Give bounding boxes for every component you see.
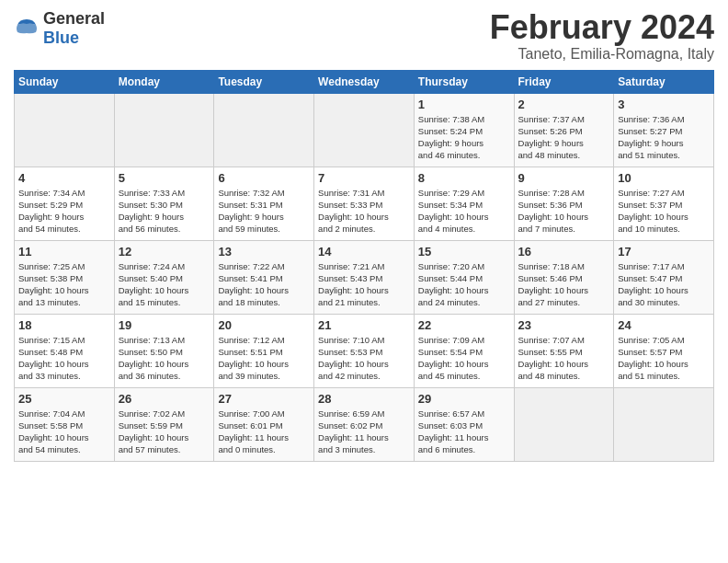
calendar-cell: 22Sunrise: 7:09 AMSunset: 5:54 PMDayligh… [414, 314, 514, 387]
week-row-4: 18Sunrise: 7:15 AMSunset: 5:48 PMDayligh… [15, 314, 714, 387]
day-number: 19 [119, 318, 210, 332]
day-info: Sunrise: 7:21 AMSunset: 5:43 PMDaylight:… [318, 260, 410, 309]
day-info: Sunrise: 7:28 AMSunset: 5:36 PMDaylight:… [518, 187, 610, 236]
day-info: Sunrise: 7:37 AMSunset: 5:26 PMDaylight:… [518, 113, 610, 162]
day-number: 6 [218, 171, 310, 185]
day-info: Sunrise: 7:27 AMSunset: 5:37 PMDaylight:… [618, 187, 710, 236]
calendar-cell [514, 387, 614, 461]
day-number: 4 [18, 171, 110, 185]
day-info: Sunrise: 7:25 AMSunset: 5:38 PMDaylight:… [18, 260, 110, 309]
calendar-cell: 5Sunrise: 7:33 AMSunset: 5:30 PMDaylight… [114, 167, 214, 240]
calendar-table: SundayMondayTuesdayWednesdayThursdayFrid… [14, 70, 714, 462]
day-number: 7 [318, 171, 410, 185]
weekday-header-monday: Monday [114, 70, 214, 93]
weekday-header-friday: Friday [514, 70, 614, 93]
day-info: Sunrise: 7:20 AMSunset: 5:44 PMDaylight:… [418, 260, 510, 309]
calendar-body: 1Sunrise: 7:38 AMSunset: 5:24 PMDaylight… [15, 93, 714, 461]
day-number: 1 [418, 98, 510, 111]
day-info: Sunrise: 7:05 AMSunset: 5:57 PMDaylight:… [618, 334, 710, 383]
day-number: 14 [318, 245, 410, 259]
weekday-header-thursday: Thursday [414, 70, 514, 93]
calendar-cell: 17Sunrise: 7:17 AMSunset: 5:47 PMDayligh… [614, 240, 714, 314]
logo-text: General Blue [43, 9, 105, 48]
day-number: 2 [518, 98, 610, 111]
week-row-2: 4Sunrise: 7:34 AMSunset: 5:29 PMDaylight… [15, 167, 714, 240]
calendar-cell: 18Sunrise: 7:15 AMSunset: 5:48 PMDayligh… [15, 314, 115, 387]
calendar-cell [614, 387, 714, 461]
location-title: Taneto, Emilia-Romagna, Italy [490, 46, 714, 63]
calendar-header: SundayMondayTuesdayWednesdayThursdayFrid… [15, 70, 714, 93]
calendar-cell [314, 93, 415, 167]
calendar-cell: 9Sunrise: 7:28 AMSunset: 5:36 PMDaylight… [514, 167, 614, 240]
day-number: 16 [518, 245, 610, 259]
logo: General Blue [14, 9, 105, 48]
calendar-cell: 8Sunrise: 7:29 AMSunset: 5:34 PMDaylight… [414, 167, 514, 240]
day-number: 12 [119, 245, 210, 259]
calendar-cell: 25Sunrise: 7:04 AMSunset: 5:58 PMDayligh… [15, 387, 115, 461]
calendar-cell: 16Sunrise: 7:18 AMSunset: 5:46 PMDayligh… [514, 240, 614, 314]
calendar-cell: 24Sunrise: 7:05 AMSunset: 5:57 PMDayligh… [614, 314, 714, 387]
title-area: February 2024 Taneto, Emilia-Romagna, It… [490, 9, 714, 63]
day-info: Sunrise: 7:04 AMSunset: 5:58 PMDaylight:… [18, 408, 110, 456]
logo-blue: Blue [43, 29, 79, 47]
calendar-cell: 26Sunrise: 7:02 AMSunset: 5:59 PMDayligh… [114, 387, 214, 461]
weekday-header-saturday: Saturday [614, 70, 714, 93]
day-info: Sunrise: 7:09 AMSunset: 5:54 PMDaylight:… [418, 334, 510, 383]
day-number: 27 [218, 392, 310, 406]
day-number: 22 [418, 318, 510, 332]
day-number: 15 [418, 245, 510, 259]
calendar-cell [15, 93, 115, 167]
day-info: Sunrise: 7:13 AMSunset: 5:50 PMDaylight:… [119, 334, 210, 383]
calendar-cell: 15Sunrise: 7:20 AMSunset: 5:44 PMDayligh… [414, 240, 514, 314]
calendar-cell: 7Sunrise: 7:31 AMSunset: 5:33 PMDaylight… [314, 167, 415, 240]
calendar-cell: 1Sunrise: 7:38 AMSunset: 5:24 PMDaylight… [414, 93, 514, 167]
header-area: General Blue February 2024 Taneto, Emili… [14, 9, 714, 63]
calendar-cell: 28Sunrise: 6:59 AMSunset: 6:02 PMDayligh… [314, 387, 415, 461]
calendar-cell [114, 93, 214, 167]
day-info: Sunrise: 7:29 AMSunset: 5:34 PMDaylight:… [418, 187, 510, 236]
calendar-cell: 2Sunrise: 7:37 AMSunset: 5:26 PMDaylight… [514, 93, 614, 167]
day-info: Sunrise: 6:59 AMSunset: 6:02 PMDaylight:… [318, 408, 410, 456]
day-info: Sunrise: 7:33 AMSunset: 5:30 PMDaylight:… [119, 187, 210, 236]
day-info: Sunrise: 7:17 AMSunset: 5:47 PMDaylight:… [618, 260, 710, 309]
logo-icon [14, 16, 40, 41]
week-row-5: 25Sunrise: 7:04 AMSunset: 5:58 PMDayligh… [15, 387, 714, 461]
day-number: 26 [119, 392, 210, 406]
calendar-cell: 13Sunrise: 7:22 AMSunset: 5:41 PMDayligh… [214, 240, 314, 314]
logo-general: General [43, 9, 105, 28]
calendar-cell: 29Sunrise: 6:57 AMSunset: 6:03 PMDayligh… [414, 387, 514, 461]
day-number: 10 [618, 171, 710, 185]
calendar-cell [214, 93, 314, 167]
calendar-cell: 20Sunrise: 7:12 AMSunset: 5:51 PMDayligh… [214, 314, 314, 387]
calendar-cell: 12Sunrise: 7:24 AMSunset: 5:40 PMDayligh… [114, 240, 214, 314]
day-info: Sunrise: 7:02 AMSunset: 5:59 PMDaylight:… [119, 408, 210, 456]
calendar-cell: 21Sunrise: 7:10 AMSunset: 5:53 PMDayligh… [314, 314, 415, 387]
day-info: Sunrise: 6:57 AMSunset: 6:03 PMDaylight:… [418, 408, 510, 456]
day-info: Sunrise: 7:31 AMSunset: 5:33 PMDaylight:… [318, 187, 410, 236]
day-number: 25 [18, 392, 110, 406]
day-info: Sunrise: 7:12 AMSunset: 5:51 PMDaylight:… [218, 334, 310, 383]
day-number: 11 [18, 245, 110, 259]
day-info: Sunrise: 7:22 AMSunset: 5:41 PMDaylight:… [218, 260, 310, 309]
calendar-cell: 23Sunrise: 7:07 AMSunset: 5:55 PMDayligh… [514, 314, 614, 387]
day-number: 28 [318, 392, 410, 406]
day-number: 9 [518, 171, 610, 185]
day-number: 5 [119, 171, 210, 185]
day-number: 3 [618, 98, 710, 111]
day-info: Sunrise: 7:38 AMSunset: 5:24 PMDaylight:… [418, 113, 510, 162]
weekday-header-sunday: Sunday [15, 70, 115, 93]
calendar-cell: 19Sunrise: 7:13 AMSunset: 5:50 PMDayligh… [114, 314, 214, 387]
day-number: 17 [618, 245, 710, 259]
day-info: Sunrise: 7:07 AMSunset: 5:55 PMDaylight:… [518, 334, 610, 383]
day-info: Sunrise: 7:15 AMSunset: 5:48 PMDaylight:… [18, 334, 110, 383]
calendar-cell: 10Sunrise: 7:27 AMSunset: 5:37 PMDayligh… [614, 167, 714, 240]
calendar-cell: 14Sunrise: 7:21 AMSunset: 5:43 PMDayligh… [314, 240, 415, 314]
day-info: Sunrise: 7:18 AMSunset: 5:46 PMDaylight:… [518, 260, 610, 309]
day-info: Sunrise: 7:34 AMSunset: 5:29 PMDaylight:… [18, 187, 110, 236]
month-title: February 2024 [490, 9, 714, 46]
day-number: 13 [218, 245, 310, 259]
day-number: 21 [318, 318, 410, 332]
day-number: 23 [518, 318, 610, 332]
day-info: Sunrise: 7:00 AMSunset: 6:01 PMDaylight:… [218, 408, 310, 456]
weekday-header-tuesday: Tuesday [214, 70, 314, 93]
